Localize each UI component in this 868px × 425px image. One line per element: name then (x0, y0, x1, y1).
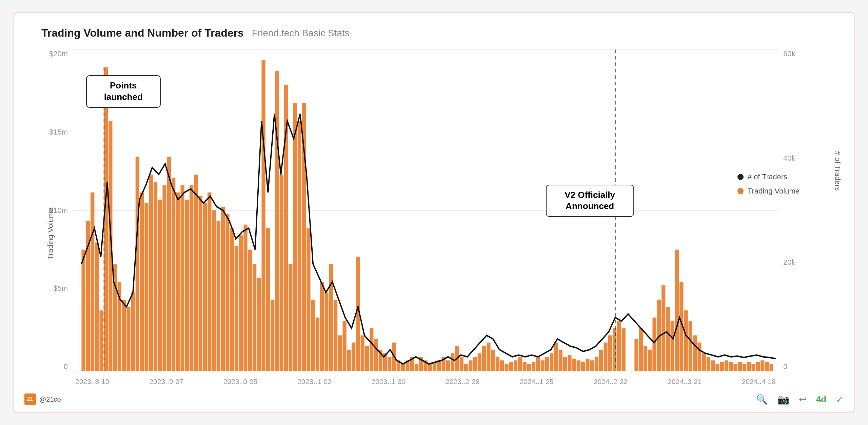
svg-rect-100 (527, 364, 531, 371)
x-axis: 2023..8-10 2023..9-07 2023..0-05 2023..1… (72, 371, 779, 391)
svg-rect-148 (751, 364, 755, 371)
svg-rect-128 (662, 285, 665, 371)
svg-rect-20 (167, 157, 171, 371)
svg-rect-106 (554, 343, 558, 371)
svg-rect-61 (352, 343, 355, 371)
svg-rect-121 (622, 328, 625, 371)
svg-rect-117 (604, 343, 607, 371)
chart-main: Points launched V2 OfficiallyAnnounced 2… (72, 49, 779, 391)
svg-rect-105 (550, 353, 553, 371)
svg-rect-130 (671, 321, 674, 371)
svg-rect-34 (230, 228, 234, 371)
chart-header: Trading Volume and Number of Traders Fri… (41, 27, 833, 39)
svg-rect-5 (100, 310, 103, 371)
svg-rect-92 (491, 350, 495, 371)
toolbar-timeframe-badge[interactable]: 4d (816, 394, 826, 405)
svg-rect-58 (338, 336, 342, 371)
toolbar-search-icon[interactable]: 🔍 (756, 394, 768, 405)
svg-rect-78 (428, 364, 432, 371)
svg-rect-137 (702, 353, 706, 371)
svg-rect-57 (334, 300, 337, 371)
x-tick-5: 2023..2-28 (446, 378, 479, 386)
svg-rect-150 (761, 360, 764, 371)
svg-rect-109 (568, 355, 571, 371)
svg-rect-108 (563, 357, 567, 371)
svg-rect-10 (122, 300, 126, 371)
svg-rect-38 (248, 249, 252, 371)
svg-rect-69 (388, 357, 391, 371)
x-tick-1: 2023..9-07 (149, 378, 183, 386)
x-tick-2: 2023..0-05 (223, 378, 257, 386)
svg-rect-42 (266, 228, 270, 371)
svg-rect-26 (194, 175, 198, 371)
svg-rect-40 (257, 278, 261, 371)
svg-rect-22 (176, 193, 180, 371)
svg-rect-149 (756, 362, 760, 371)
legend-dot-traders (737, 174, 744, 180)
svg-rect-14 (140, 193, 144, 371)
toolbar-undo-icon[interactable]: ↩ (799, 394, 807, 405)
svg-rect-3 (91, 193, 94, 371)
chart-subtitle: Friend.tech Basic Stats (252, 28, 350, 39)
y-tick-15m: $15m (49, 128, 68, 137)
svg-rect-28 (203, 203, 207, 371)
annotation-points-launched: Points launched (86, 75, 161, 108)
svg-rect-141 (720, 362, 724, 371)
svg-rect-53 (316, 318, 319, 371)
svg-rect-48 (293, 103, 297, 371)
svg-rect-24 (185, 200, 189, 371)
svg-rect-18 (158, 200, 162, 371)
svg-rect-89 (478, 353, 481, 371)
trading-volume-bars (81, 60, 773, 371)
svg-rect-115 (595, 357, 598, 371)
svg-rect-152 (770, 364, 773, 371)
chart-footer: 21 @21co (24, 393, 61, 405)
svg-rect-134 (689, 321, 692, 371)
svg-rect-126 (652, 318, 656, 371)
svg-rect-146 (743, 364, 746, 371)
svg-rect-139 (711, 360, 715, 371)
svg-rect-47 (289, 264, 292, 371)
svg-rect-85 (460, 357, 463, 371)
svg-rect-17 (154, 182, 157, 371)
svg-rect-11 (126, 307, 130, 371)
svg-rect-75 (415, 364, 418, 371)
legend-dot-volume (737, 188, 744, 194)
svg-rect-97 (514, 360, 517, 371)
svg-rect-116 (599, 350, 603, 371)
svg-rect-104 (545, 357, 549, 371)
svg-rect-63 (360, 336, 364, 371)
svg-rect-37 (243, 225, 247, 371)
svg-rect-107 (559, 350, 563, 371)
svg-rect-12 (131, 292, 135, 371)
toolbar-camera-icon[interactable]: 📷 (777, 394, 789, 405)
svg-rect-65 (370, 328, 373, 371)
svg-rect-72 (401, 364, 405, 371)
svg-rect-136 (697, 343, 701, 371)
svg-rect-41 (261, 60, 265, 371)
chart-svg (72, 49, 779, 371)
x-tick-4: 2023..1-30 (372, 378, 406, 386)
chart-toolbar[interactable]: 🔍 📷 ↩ 4d ✓ (756, 394, 844, 405)
svg-rect-23 (180, 185, 184, 371)
legend-traders: # of Traders (737, 173, 800, 181)
toolbar-check-icon[interactable]: ✓ (836, 394, 844, 405)
chart-body: Trading Volume $20m $15m $10m $5m 0 (41, 49, 833, 391)
svg-rect-133 (684, 310, 688, 371)
svg-rect-45 (280, 175, 283, 371)
svg-rect-142 (725, 360, 728, 371)
svg-rect-96 (509, 362, 513, 371)
chart-title: Trading Volume and Number of Traders (41, 27, 244, 39)
legend-volume: Trading Volume (737, 187, 800, 196)
y-tick-right-0: 0 (783, 362, 787, 371)
footer-handle: @21co (39, 396, 61, 403)
svg-rect-36 (239, 235, 243, 371)
svg-rect-64 (365, 346, 369, 371)
svg-rect-86 (464, 364, 468, 371)
svg-rect-112 (581, 362, 585, 371)
svg-rect-56 (329, 264, 333, 371)
svg-rect-35 (235, 246, 238, 371)
svg-rect-13 (136, 157, 139, 371)
svg-rect-87 (469, 360, 472, 371)
svg-rect-52 (311, 300, 315, 371)
